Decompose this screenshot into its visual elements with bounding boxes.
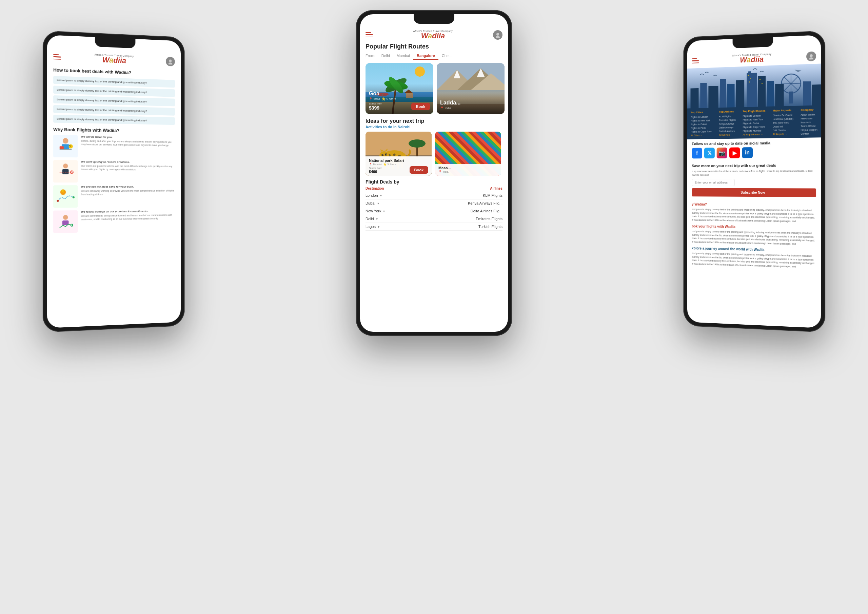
- logo-text-left: Wadiia: [102, 56, 126, 64]
- faq-item-2[interactable]: Lorem Ipsum is simply dummy text of the …: [53, 85, 175, 97]
- deals-row-4[interactable]: Lagos ▾ Turkish Flights: [366, 223, 502, 231]
- deals-dest-4: Lagos ▾: [366, 225, 478, 229]
- promo-text: n up now to our newsletter for all the s…: [692, 169, 816, 177]
- safari-name: National park Safari: [369, 159, 428, 163]
- why-wadiia-text: em Ipsum is simply dummy text of the pri…: [692, 208, 816, 223]
- hamburger-icon[interactable]: [53, 54, 61, 60]
- avatar-right[interactable]: [806, 51, 816, 61]
- hamburger-icon-center[interactable]: [366, 32, 373, 38]
- phone-center: Africa's Trusted Travel Company Wadiia P…: [356, 10, 512, 336]
- deals-airline-4: Turkish Flights: [478, 225, 502, 229]
- laddakh-name: Ladda...: [440, 100, 501, 106]
- tab-mumbai[interactable]: Mumbai: [393, 52, 413, 60]
- svg-point-58: [386, 154, 387, 155]
- explore-text: em Ipsum is simply dummy text of the pri…: [692, 252, 816, 269]
- goa-price-area: Starts from $399 Book: [369, 102, 430, 110]
- nav-col-airlines: Top Airlines KLM Flights Emirates Flight…: [719, 110, 735, 136]
- deals-airline-1: Kenya Airways Flig...: [468, 201, 502, 205]
- goa-country: 📍 India ⭐ 5 Stars: [369, 97, 430, 101]
- avatar-left[interactable]: [166, 57, 175, 67]
- deals-row-2[interactable]: New York ▾ Delta Airlines Flig...: [366, 207, 502, 215]
- svg-point-31: [415, 67, 425, 77]
- svg-rect-71: [720, 79, 726, 108]
- safari-book-btn[interactable]: Book: [409, 166, 429, 174]
- svg-rect-84: [775, 84, 784, 106]
- goa-price: $399: [369, 105, 382, 110]
- linkedin-icon[interactable]: in: [742, 147, 753, 158]
- svg-point-8: [63, 163, 68, 168]
- flight-deals-title: Flight Deals by: [366, 179, 502, 185]
- routes-tabs: From: Delhi Mumbai Bangalore Che...: [360, 52, 508, 63]
- nav-col-airports: Major Airports Charles De Gaulle Heathro…: [773, 109, 794, 135]
- subscribe-btn[interactable]: Subscribe Now: [692, 188, 816, 197]
- faq-item-3[interactable]: Lorem Ipsum is simply dummy text of the …: [53, 95, 175, 106]
- instagram-icon[interactable]: 📷: [717, 148, 727, 159]
- social-section: Follow us and stay up to date on sicial …: [687, 137, 821, 161]
- deals-row-3[interactable]: Delhi ▾ Emirates Flights: [366, 215, 502, 223]
- ideas-title: Ideas for your next trip: [366, 118, 502, 124]
- phone-left: Africa's Trusted Travel Company Wadiia H…: [43, 31, 185, 333]
- flight-deals-table: Destination Airlines London ▾ KLM Flight…: [366, 185, 502, 231]
- svg-rect-69: [700, 83, 707, 108]
- youtube-icon[interactable]: ▶: [729, 147, 740, 158]
- social-icons: f 𝕏 📷 ▶ in: [692, 146, 816, 159]
- masal-overlay: Masa... 📍 India: [435, 164, 501, 176]
- why-title: Why Book Flights with Wadiia?: [53, 127, 175, 134]
- nav-title-airports: Major Airports: [773, 109, 794, 112]
- tab-delhi[interactable]: Delhi: [378, 52, 393, 60]
- svg-rect-86: [812, 84, 821, 106]
- masal-card[interactable]: Masa... 📍 India: [435, 132, 501, 176]
- illustration-3: [53, 185, 78, 208]
- deals-airline-2: Delta Airlines Flig...: [471, 209, 502, 213]
- faq-item-4[interactable]: Lorem Ipsum is simply dummy text of the …: [53, 105, 175, 116]
- svg-rect-74: [747, 73, 757, 107]
- dest-card-goa[interactable]: Goa 📍 India ⭐ 5 Stars Starts from $399 B…: [366, 63, 433, 114]
- nav-title-routes: Top Flight Routes: [742, 109, 765, 113]
- svg-rect-83: [767, 81, 774, 107]
- left-header: Africa's Trusted Travel Company Wadiia: [53, 49, 175, 70]
- newsletter-input[interactable]: [692, 179, 735, 186]
- safari-meta: 📍 Nairobi ⭐ 5 Stars: [369, 163, 428, 166]
- col-destination: Destination: [366, 187, 384, 190]
- why-wadiia-title: y Wadiia?: [692, 202, 816, 208]
- tab-che[interactable]: Che...: [439, 52, 455, 60]
- twitter-icon[interactable]: 𝕏: [704, 148, 715, 159]
- goa-book-btn[interactable]: Book: [411, 103, 430, 110]
- laddakh-country: 📍 India: [440, 107, 501, 110]
- deals-row-0[interactable]: London ▾ KLM Flights: [366, 192, 502, 199]
- footer-nav: Top Cities Flights to London Flights to …: [687, 105, 821, 140]
- phone-center-screen: Africa's Trusted Travel Company Wadiia P…: [360, 14, 508, 332]
- left-content: Africa's Trusted Travel Company Wadiia H…: [47, 35, 181, 328]
- center-content: Africa's Trusted Travel Company Wadiia P…: [360, 14, 508, 332]
- svg-rect-5: [59, 149, 71, 150]
- center-header: Africa's Trusted Travel Company Wadiia: [360, 28, 508, 43]
- faq-item-5[interactable]: Lorem Ipsum is simply dummy text of the …: [53, 115, 175, 125]
- svg-point-17: [63, 215, 68, 219]
- from-label: From:: [366, 52, 378, 60]
- nav-col-company: Company About Wadiia Newsroom Investors …: [801, 108, 817, 135]
- tab-bangalore[interactable]: Bangalore: [413, 52, 439, 60]
- svg-point-15: [57, 200, 59, 202]
- masal-name: Masa...: [439, 166, 498, 170]
- deals-header: Destination Airlines: [366, 185, 502, 192]
- svg-rect-73: [736, 80, 744, 107]
- svg-point-48: [393, 154, 396, 156]
- goa-name: Goa: [369, 90, 430, 97]
- avatar-center[interactable]: [493, 30, 502, 40]
- dest-card-laddakh[interactable]: Ladda... 📍 India: [437, 63, 505, 114]
- deals-airline-3: Emirates Flights: [476, 217, 502, 221]
- deals-row-1[interactable]: Dubai ▾ Kenya Airways Flig...: [366, 199, 502, 207]
- hamburger-icon-right[interactable]: [692, 58, 699, 64]
- svg-point-20: [496, 33, 499, 36]
- svg-rect-4: [59, 146, 64, 149]
- masal-meta: 📍 India: [439, 170, 498, 173]
- book-flights-text: em Ipsum is simply dummy text of the pri…: [692, 230, 816, 246]
- illustration-row-1: We will be there for you. Before, during…: [53, 135, 175, 158]
- svg-rect-9: [62, 169, 68, 174]
- illustration-text-1: We will be there for you. Before, during…: [81, 135, 175, 147]
- svg-rect-88: [750, 78, 751, 79]
- logo-area-center: Africa's Trusted Travel Company Wadiia: [413, 30, 453, 40]
- facebook-icon[interactable]: f: [692, 148, 702, 159]
- safari-card[interactable]: National park Safari 📍 Nairobi ⭐ 5 Stars…: [366, 132, 432, 176]
- deals-dest-1: Dubai ▾: [366, 201, 468, 205]
